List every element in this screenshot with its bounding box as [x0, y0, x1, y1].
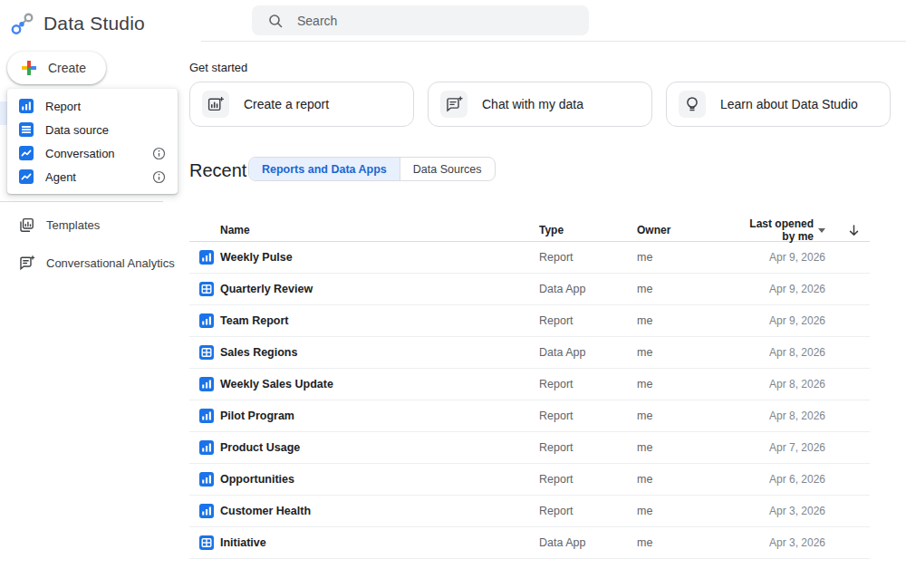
- row-type: Report: [539, 505, 637, 517]
- column-header-name: Name: [189, 224, 539, 236]
- conversational-analytics-icon: [18, 255, 35, 272]
- row-last-opened: Apr 9, 2026: [747, 283, 838, 295]
- recent-title: Recent: [189, 160, 246, 181]
- recent-table: Name Type Owner Last opened by me: [189, 217, 870, 559]
- row-name: Product Usage: [220, 441, 300, 454]
- create-report-card[interactable]: Create a report: [189, 82, 414, 127]
- create-button-label: Create: [48, 61, 86, 75]
- get-started-cards: Create a report Chat with my data Learn …: [189, 82, 891, 127]
- table-row[interactable]: Opportunities Report me Apr 6, 2026: [189, 464, 870, 496]
- row-last-opened: Apr 8, 2026: [747, 410, 838, 422]
- learn-about-data-studio-card[interactable]: Learn about Data Studio: [666, 82, 891, 127]
- sidebar-item-conversational-analytics[interactable]: Conversational Analytics: [18, 255, 175, 272]
- sidebar-divider: [0, 201, 163, 202]
- name-cell: Team Report: [189, 313, 539, 328]
- row-owner: me: [637, 378, 747, 390]
- menu-item-agent[interactable]: Agent: [7, 165, 178, 188]
- column-header-type: Type: [539, 224, 637, 236]
- info-icon[interactable]: [152, 147, 166, 160]
- name-cell: Pilot Program: [189, 409, 539, 423]
- create-menu: Report Data source Conversation Agent: [7, 89, 178, 194]
- column-header-last-opened[interactable]: Last opened by me: [747, 217, 838, 243]
- get-started-title: Get started: [189, 61, 247, 74]
- sort-caret-icon: [818, 228, 825, 233]
- row-type: Report: [539, 441, 637, 454]
- search-icon: [267, 13, 284, 29]
- row-type: Report: [539, 410, 637, 422]
- row-type: Data App: [539, 536, 637, 549]
- row-owner: me: [637, 473, 747, 486]
- menu-item-report[interactable]: Report: [7, 94, 178, 118]
- report-icon: [199, 472, 214, 487]
- row-type: Data App: [539, 283, 637, 295]
- menu-item-label: Data source: [45, 123, 109, 137]
- table-row[interactable]: Customer Health Report me Apr 3, 2026: [189, 496, 870, 527]
- row-owner: me: [637, 251, 747, 264]
- row-last-opened: Apr 7, 2026: [747, 441, 838, 454]
- search-input[interactable]: Search: [252, 5, 589, 35]
- row-last-opened: Apr 8, 2026: [747, 346, 838, 359]
- column-header-owner: Owner: [637, 224, 747, 236]
- card-label: Create a report: [244, 97, 329, 111]
- home-link[interactable]: Data Studio: [9, 10, 145, 37]
- row-name: Weekly Pulse: [220, 251, 293, 264]
- chat-with-my-data-card[interactable]: Chat with my data: [428, 82, 652, 127]
- table-row[interactable]: Weekly Pulse Report me Apr 9, 2026: [189, 242, 870, 274]
- recent-tabs: Reports and Data Apps Data Sources: [248, 157, 496, 181]
- sidebar-item-label: Templates: [46, 218, 100, 232]
- row-last-opened: Apr 6, 2026: [747, 473, 838, 486]
- name-cell: Quarterly Review: [189, 282, 539, 296]
- row-name: Initiative: [220, 536, 266, 549]
- data-app-icon: [199, 345, 214, 360]
- row-owner: me: [637, 314, 747, 327]
- table-row[interactable]: Sales Regions Data App me Apr 8, 2026: [189, 337, 870, 369]
- app-title: Data Studio: [43, 13, 145, 34]
- row-owner: me: [637, 346, 747, 359]
- table-row[interactable]: Weekly Sales Update Report me Apr 8, 202…: [189, 369, 870, 400]
- table-row[interactable]: Product Usage Report me Apr 7, 2026: [189, 432, 870, 464]
- search-placeholder: Search: [297, 14, 337, 28]
- table-row[interactable]: Initiative Data App me Apr 3, 2026: [189, 527, 870, 559]
- sort-direction-descending-icon[interactable]: [838, 224, 870, 237]
- table-row[interactable]: Team Report Report me Apr 9, 2026: [189, 305, 870, 337]
- row-last-opened: Apr 9, 2026: [747, 251, 838, 264]
- report-icon: [199, 409, 214, 423]
- row-owner: me: [637, 410, 747, 422]
- report-icon: [199, 440, 214, 455]
- lightbulb-icon: [679, 91, 706, 118]
- name-cell: Initiative: [189, 535, 539, 550]
- create-report-icon: [202, 91, 229, 118]
- menu-item-conversation[interactable]: Conversation: [7, 141, 178, 165]
- row-name: Weekly Sales Update: [220, 378, 333, 390]
- table-row[interactable]: Quarterly Review Data App me Apr 9, 2026: [189, 274, 870, 305]
- sidebar-item-templates[interactable]: Templates: [18, 217, 100, 234]
- name-cell: Customer Health: [189, 504, 539, 518]
- info-icon[interactable]: [152, 170, 166, 184]
- chart-line-icon: [19, 146, 34, 160]
- menu-item-label: Conversation: [45, 147, 115, 160]
- table-header: Name Type Owner Last opened by me: [189, 217, 870, 242]
- row-last-opened: Apr 3, 2026: [747, 505, 838, 517]
- row-owner: me: [637, 441, 747, 454]
- row-owner: me: [637, 283, 747, 295]
- menu-item-data-source[interactable]: Data source: [7, 118, 178, 141]
- row-last-opened: Apr 8, 2026: [747, 378, 838, 390]
- plus-icon: [21, 60, 37, 76]
- chat-plus-icon: [440, 91, 467, 118]
- tab-data-sources[interactable]: Data Sources: [400, 158, 495, 180]
- card-label: Chat with my data: [482, 97, 583, 111]
- create-button[interactable]: Create: [7, 52, 106, 84]
- row-type: Data App: [539, 346, 637, 359]
- row-type: Report: [539, 251, 637, 264]
- menu-item-label: Report: [45, 100, 81, 113]
- row-name: Pilot Program: [220, 410, 294, 422]
- row-last-opened: Apr 9, 2026: [747, 314, 838, 327]
- name-cell: Product Usage: [189, 440, 539, 455]
- name-cell: Sales Regions: [189, 345, 539, 360]
- table-row[interactable]: Pilot Program Report me Apr 8, 2026: [189, 400, 870, 432]
- report-icon: [199, 250, 214, 265]
- row-type: Report: [539, 378, 637, 390]
- data-app-icon: [199, 535, 214, 550]
- row-name: Opportunities: [220, 473, 294, 486]
- tab-reports-and-data-apps[interactable]: Reports and Data Apps: [249, 158, 400, 180]
